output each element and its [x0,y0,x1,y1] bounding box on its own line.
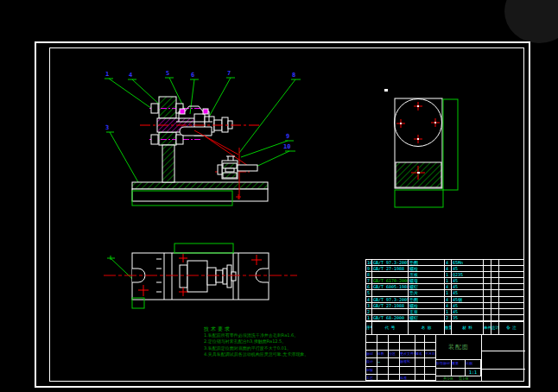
bom-cell: 1 [445,272,452,278]
bom-cell: 垫片 [409,290,445,296]
bom-row: 2支座145 [366,309,523,315]
tech-req-title: 技术要求 [204,326,359,332]
titleblock-cell [366,343,377,351]
sheet-note-total: 共1张 [443,376,453,382]
titleblock-cell: 标准化 [400,358,415,367]
tech-req-item: 1.装配前所有零件必须清洗干净并去毛刺Ra1.6。 [204,332,359,338]
titleblock-cell [415,375,425,381]
titleblock-cell [415,343,425,351]
side-view [384,89,458,207]
bom-cell [491,309,499,315]
bom-cell: GB/T 97.3-2005 [372,297,409,303]
bom-cell: 3 [366,303,372,309]
sheet-notes: 共1张 第1张 [436,376,481,382]
bom-cell: 4 [445,284,452,290]
bom-cell [484,278,491,284]
titleblock-cell [415,358,425,367]
titleblock-cell: 工艺 [366,375,377,381]
bom-cell: 6 [366,284,372,290]
bom-cell: GB/T 6170-2000 [372,278,409,284]
bom-cell: 2 [445,315,452,321]
bom-cell: 45钢 [452,297,484,303]
bom-cell [499,278,523,284]
titleblock-cell: 标记 [366,351,377,358]
bom-cell: 9 [366,266,372,272]
bom-cell: 45 [452,303,484,309]
bom-cell [491,303,499,309]
technical-requirements: 技术要求 1.装配前所有零件必须清洗干净并去毛刺Ra1.6。 2.定位销与衬套孔… [204,326,359,358]
bom-row: 8压板1Q235 [366,272,523,278]
plan-view [104,243,297,308]
bom-cell: 7 [366,278,372,284]
titleblock-cell: 审核 [366,367,377,375]
bom-cell: 45 [452,309,484,315]
titleblock-cell [389,367,400,375]
bom-cell: GB/T 68-2000 [372,315,409,321]
base-plate [132,182,268,205]
bom-cell: 垫圈 [409,297,445,303]
bom-cell: Q235 [452,272,484,278]
bom-header-no: 序号 [366,322,372,334]
cad-viewport[interactable]: { "meta": { "description": "CAD assembly… [0,0,558,392]
titleblock-cell [425,375,436,381]
balloon-10: 10 [283,143,290,150]
drawing-title: 装配图 [436,335,481,360]
tech-req-item: 3.装配后定位面对底面的平行度不大于0.01。 [204,345,359,351]
tech-req-item: 2.定位销与衬套孔配合h3,接触面Ra12.5。 [204,338,359,345]
bom-cell [484,303,491,309]
bom-cell: 10 [366,260,372,266]
bom-row: 10GB/T 97.3-2005垫圈465Mn [366,260,523,266]
titleblock-cell [377,343,389,351]
bom-cell [484,284,491,290]
balloon-9: 9 [286,133,289,140]
bom-cell: 螺钉 [409,284,445,290]
bom-cell: 45 [452,284,484,290]
titleblock-cell [415,367,425,375]
scale-value: 1:1 [466,369,481,376]
bom-cell: 4 [366,297,372,303]
balloon-7: 7 [227,70,231,77]
balloon-4: 4 [129,72,132,79]
bom-cell [484,272,491,278]
plan-cylinder [180,261,236,292]
bom-cell [499,284,523,290]
bom-cell [372,272,409,278]
titleblock-cell [389,343,400,351]
bom-cell [372,290,409,296]
bom-cell [499,260,523,266]
bom-row: 4GB/T 97.3-2005垫圈445钢 [366,297,523,303]
bom-header-name: 名 称 [409,322,445,334]
titleblock-cell: ~ [377,358,389,367]
bom-cell [499,303,523,309]
bom-cell: 1 [366,315,372,321]
titleblock-cell [389,375,400,381]
bom-cell: 螺母 [409,278,445,284]
bom-cell [491,272,499,278]
bom-row: 6GB/T 6005-1988螺钉445 [366,284,523,290]
bom-cell: 1 [445,290,452,296]
titleblock-cell [425,358,436,367]
balloon-3: 3 [105,124,109,131]
bom-row: 9GB/T 27-1988螺栓445 [366,266,523,272]
titleblock-cell: 设计 [366,358,377,367]
bom-cell [491,315,499,321]
titleblock-cell: 年月日 [425,351,436,358]
bom-cell [491,266,499,272]
titleblock-cell [389,335,400,343]
bom-cell [484,290,491,296]
bom-cell: 65Mn [452,260,484,266]
titleblock-cell [377,335,389,343]
bom-cell [491,278,499,284]
titleblock-cell [425,335,436,343]
bom-cell [484,315,491,321]
tech-req-item: 4.夹具装配调试后各运动机构应灵活可靠,无卡滞现象。 [204,351,359,357]
locator-assembly [218,156,257,179]
titleblock-cell: 更改文件号 [400,351,415,358]
titleblock-cell [425,367,436,375]
bom-cell: 1 [445,278,452,284]
bom-cell [491,260,499,266]
titleblock-cell [415,335,425,343]
bom-rows: 10GB/T 97.3-2005垫圈465Mn9GB/T 27-1988螺栓44… [366,260,523,321]
titleblock-cell [425,343,436,351]
bom-cell [491,284,499,290]
